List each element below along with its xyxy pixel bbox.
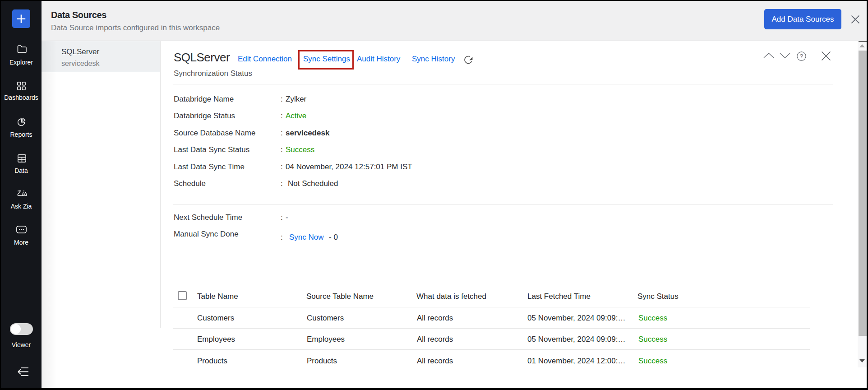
svg-text:?: ? — [800, 53, 803, 60]
